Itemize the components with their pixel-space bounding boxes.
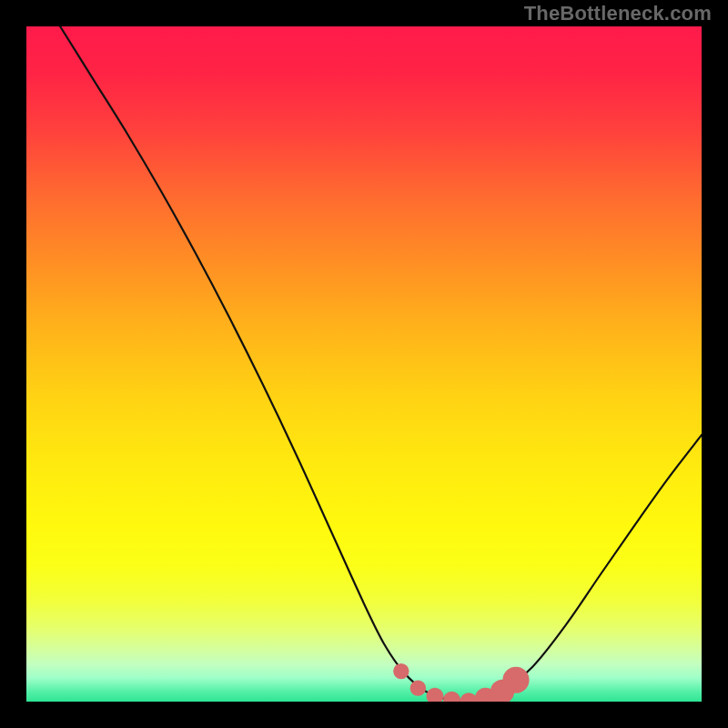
- optimal-marker: [410, 680, 426, 695]
- plot-background: [26, 26, 702, 702]
- watermark-label: TheBottleneck.com: [524, 2, 712, 25]
- bottleneck-chart: [26, 26, 702, 702]
- chart-stage: TheBottleneck.com: [0, 0, 728, 728]
- optimal-marker: [393, 663, 409, 679]
- optimal-marker: [502, 667, 529, 693]
